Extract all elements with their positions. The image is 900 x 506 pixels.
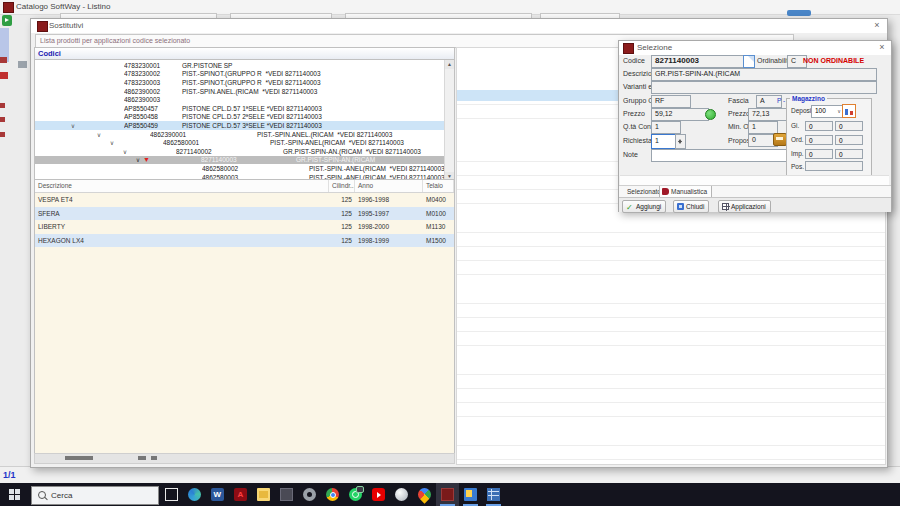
search-input[interactable]: Cerca [31,486,159,505]
tree-item-desc: PIST.-SPINOT.(GRUPPO R *VEDI 8271140003 [182,79,321,86]
task-view-taskbar-icon[interactable] [160,483,183,506]
tree-item-code: 4862390001 [150,131,257,138]
softway-taskbar-icon[interactable] [436,483,459,506]
qta-conf-field[interactable]: 1 [651,121,681,134]
chevron-expand-icon[interactable]: ∨ [94,131,104,138]
photos-icon [257,488,270,501]
cart-icon[interactable] [773,133,787,146]
close-icon[interactable]: × [875,41,889,54]
varianti-field[interactable] [651,81,877,94]
chevron-expand-icon[interactable]: ∨ [68,122,78,129]
chevron-expand-icon[interactable]: ∨ [133,156,143,163]
prezzo-field[interactable]: 59,12 [651,108,709,121]
tree-item-desc: PIST.-SPIN.-ANEL(RICAM *VEDI 8271140003 [309,165,445,172]
acrobat-icon [234,488,247,501]
grid2-taskbar-icon[interactable] [482,483,505,506]
note-input[interactable] [651,149,789,162]
chrome-taskbar-icon[interactable] [321,483,344,506]
tree-item-4783230003[interactable]: 4783230003PIST.-SPINOT.(GRUPPO R *VEDI 8… [35,78,445,87]
tree-item-4862580001[interactable]: ∨4862580001PIST.-SPIN-ANEL(RICAM *VEDI 8… [35,138,445,147]
acrobat-taskbar-icon[interactable] [229,483,252,506]
tree-item-code: AP8550458 [124,113,182,120]
selezione-titlebar[interactable]: Selezione × [619,41,891,55]
maps-taskbar-icon[interactable] [413,483,436,506]
chevron-expand-icon[interactable]: ∨ [120,148,130,155]
tree-item-4862390002[interactable]: 4862390002PIST.-SPIN.ANEL.(RICAM *VEDI 8… [35,87,445,96]
button-label: Chiudi [686,203,704,210]
note-label: Note [623,151,638,158]
tree-item-AP8550458[interactable]: AP8550458PISTONE CPL.D.57 2ªSELE *VEDI 8… [35,113,445,122]
column-header-2[interactable]: Anno [355,180,423,192]
tree-item-code: 4862580002 [202,165,309,172]
sphere-taskbar-icon[interactable] [390,483,413,506]
applicazioni-button[interactable]: Applicazioni [718,200,771,213]
tree-item-4862390001[interactable]: ∨4862390001PIST.-SPIN.ANEL.(RICAM *VEDI … [35,130,445,139]
tree-indent [35,73,68,74]
edge-taskbar-icon[interactable] [183,483,206,506]
sidebar-green-icon[interactable] [2,15,12,26]
document-icon[interactable] [743,55,755,68]
applications-table-header[interactable]: DescrizioneCilindr...AnnoTelaio [35,180,454,193]
close-icon[interactable]: × [870,19,884,32]
files-taskbar-icon[interactable] [459,483,482,506]
codice-field[interactable]: 8271140003 [651,55,749,68]
chevron-expand-icon[interactable]: ∨ [107,139,117,146]
tree-item-desc: PIST.-SPIN.ANEL.(RICAM *VEDI 8271140003 [257,131,392,138]
start-button[interactable] [0,483,30,506]
tree-item-AP8550457[interactable]: AP8550457PISTONE CPL.D.57 1ªSELE *VEDI 8… [35,104,445,113]
scroll-up-icon[interactable]: ▲ [445,60,454,69]
sostitutivi-titlebar[interactable]: Sostitutivi × [31,19,887,33]
richiesta-label: Richiesta [623,137,652,144]
chiudi-button[interactable]: Chiudi [673,200,709,213]
stock-chart-icon[interactable] [842,104,856,118]
column-header-1[interactable]: Cilindr... [329,180,355,192]
tab-selezionato[interactable]: Selezionato [627,188,661,195]
applications-table[interactable]: DescrizioneCilindr...AnnoTelaio VESPA ET… [34,179,455,455]
tree-item-AP8550459[interactable]: ∨AP8550459PISTONE CPL.D.57 3ªSELE *VEDI … [35,121,445,130]
tree-item-4862390003[interactable]: 4862390003 [35,95,445,104]
magazzino-title: Magazzino [790,95,827,102]
tree-indent [35,65,68,66]
dialog-icon [37,21,48,32]
tree-indent [35,99,68,100]
tree-item-4783230002[interactable]: 4783230002PIST.-SPINOT.(GRUPPO R *VEDI 8… [35,70,445,79]
files-icon [464,488,477,501]
column-header-0[interactable]: Descrizione [35,180,329,192]
tree-item-4862580002[interactable]: 4862580002PIST.-SPIN.-ANEL(RICAM *VEDI 8… [35,164,445,173]
min-ord-field[interactable]: 1 [748,121,778,134]
tree-indent [35,177,146,178]
magazzino-value-field: 0 [805,121,833,131]
deposito-dropdown[interactable]: 100 [811,105,843,118]
table-row[interactable]: HEXAGON LX41251998-1999M1500 [35,234,454,248]
descrizione-field[interactable]: GR.PIST-SPIN-AN.(RICAM [651,68,877,81]
whatsapp-taskbar-icon[interactable] [344,483,367,506]
table-cell: VESPA ET4 [35,193,329,207]
tree-item-4783230001[interactable]: 4783230001GR.PISTONE SP [35,61,445,70]
tree-item-code: 4862580001 [163,139,270,146]
photos-taskbar-icon[interactable] [252,483,275,506]
column-header-3[interactable]: Telaio [423,180,454,192]
richiesta-spinner[interactable] [675,134,686,149]
tree-item-8271140002[interactable]: ∨8271140002GR.PIST-SPIN-AN.(RICAM *VEDI … [35,147,445,156]
youtube-taskbar-icon[interactable] [367,483,390,506]
word-taskbar-icon[interactable] [206,483,229,506]
pos-label: Pos. [791,163,804,170]
pos-field[interactable] [805,161,863,171]
sidebar-red-mark [0,132,5,137]
gruppo-ord-field[interactable]: RF [651,95,691,108]
table-cell: M0400 [423,193,454,207]
tree-item-code: 8271140002 [176,148,283,155]
table-row[interactable]: SFERA1251995-1997M0100 [35,207,454,221]
door-taskbar-icon[interactable] [275,483,298,506]
codes-tree[interactable]: 4783230001GR.PISTONE SP4783230002PIST.-S… [34,59,455,182]
table-row[interactable]: VESPA ET41251996-1998M0400 [35,193,454,207]
tree-scrollbar[interactable]: ▲ ▼ [444,60,454,181]
sidebar-red-icon[interactable] [0,72,8,79]
gear-taskbar-icon[interactable] [298,483,321,506]
horizontal-scrollbar[interactable] [34,453,455,464]
aggiungi-button[interactable]: ✓Aggiungi [622,200,666,213]
tree-item-8271140003[interactable]: ∨▼8271140003GR.PIST-SPIN-AN.(RICAM [35,156,445,165]
table-row[interactable]: LIBERTY1251998-2000M1130 [35,220,454,234]
exit-icon [677,203,684,210]
sidebar-gray-icon[interactable] [18,61,27,68]
